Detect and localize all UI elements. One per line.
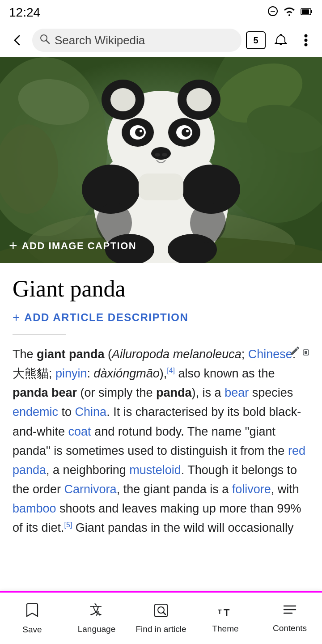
article-body-text: The giant panda (Ailuropoda melanoleuca;… — [13, 345, 309, 538]
ref5-link[interactable]: [5] — [64, 521, 72, 529]
svg-point-7 — [305, 34, 308, 38]
hero-image: + ADD IMAGE CAPTION — [0, 57, 322, 263]
theme-icon: T T — [217, 603, 233, 621]
battery-icon — [301, 7, 313, 18]
china-link[interactable]: China — [75, 405, 107, 419]
svg-point-9 — [305, 43, 308, 47]
svg-rect-44 — [305, 351, 307, 354]
svg-rect-42 — [139, 174, 183, 200]
overflow-menu-button[interactable] — [296, 30, 316, 50]
top-bar: Search Wikipedia 5 — [0, 23, 322, 57]
search-bar[interactable]: Search Wikipedia — [32, 29, 242, 52]
article-divider — [13, 335, 66, 335]
svg-point-30 — [182, 128, 191, 137]
add-caption-label: ADD IMAGE CAPTION — [22, 240, 137, 252]
svg-point-34 — [155, 153, 160, 157]
pinyin-link[interactable]: pinyin — [55, 367, 87, 380]
contents-icon — [282, 604, 297, 621]
svg-point-35 — [162, 153, 167, 157]
tab-count-button[interactable]: 5 — [246, 31, 266, 49]
panda-image — [0, 57, 322, 263]
status-time: 12:24 — [9, 5, 40, 20]
nav-contents-label: Contents — [273, 623, 307, 633]
top-bar-actions: 5 — [246, 30, 316, 50]
endemic-link[interactable]: endemic — [13, 405, 58, 419]
chinese-link[interactable]: Chinese — [248, 347, 292, 361]
edit-section-icon[interactable] — [290, 345, 309, 360]
bottom-nav: Save 文 A Language Find in article T T — [0, 591, 322, 644]
wifi-icon — [284, 6, 295, 19]
svg-line-6 — [47, 41, 50, 44]
svg-point-33 — [151, 147, 171, 160]
svg-text:A: A — [96, 610, 101, 618]
svg-rect-3 — [311, 10, 312, 13]
nav-find-label: Find in article — [136, 624, 186, 634]
search-icon — [39, 34, 50, 47]
svg-point-32 — [186, 130, 189, 132]
bamboo-link[interactable]: bamboo — [13, 502, 56, 515]
svg-point-23 — [110, 88, 136, 111]
musteloid-link[interactable]: musteloid — [129, 463, 181, 477]
status-icons — [267, 6, 313, 19]
svg-line-49 — [163, 612, 165, 614]
nav-item-theme[interactable]: T T Theme — [193, 603, 258, 634]
ref4-link[interactable]: [4] — [167, 367, 175, 374]
svg-point-24 — [186, 88, 212, 111]
svg-text:T: T — [224, 607, 230, 618]
article-body-section: Giant panda + ADD ARTICLE DESCRIPTION Th… — [0, 263, 322, 547]
back-button[interactable] — [6, 30, 28, 51]
svg-point-41 — [190, 203, 226, 243]
nav-item-contents[interactable]: Contents — [258, 604, 322, 633]
article-title: Giant panda — [13, 275, 309, 302]
nav-save-label: Save — [22, 625, 42, 635]
language-icon: 文 A — [89, 603, 104, 622]
svg-point-31 — [140, 130, 142, 132]
status-bar: 12:24 — [0, 0, 322, 23]
svg-point-29 — [135, 128, 144, 137]
coat-link[interactable]: coat — [68, 425, 91, 438]
add-caption-button[interactable]: + ADD IMAGE CAPTION — [9, 237, 136, 254]
find-in-article-icon — [153, 603, 169, 622]
svg-point-8 — [305, 39, 308, 42]
search-placeholder: Search Wikipedia — [55, 34, 145, 47]
add-description-label: ADD ARTICLE DESCRIPTION — [24, 311, 188, 324]
folivore-link[interactable]: folivore — [232, 483, 271, 496]
nav-item-language[interactable]: 文 A Language — [64, 603, 129, 634]
svg-point-40 — [96, 203, 132, 243]
do-not-disturb-icon — [267, 6, 278, 19]
carnivora-link[interactable]: Carnivora — [64, 483, 117, 496]
svg-text:T: T — [218, 608, 222, 615]
bear-link[interactable]: bear — [225, 386, 249, 399]
nav-language-label: Language — [78, 624, 116, 634]
article-content: Giant panda + ADD ARTICLE DESCRIPTION Th… — [0, 263, 322, 605]
nav-item-save[interactable]: Save — [0, 602, 64, 635]
save-icon — [25, 602, 39, 622]
add-caption-plus-icon: + — [9, 237, 17, 254]
nav-item-find[interactable]: Find in article — [129, 603, 193, 634]
add-description-plus-icon: + — [13, 310, 20, 325]
add-description-button[interactable]: + ADD ARTICLE DESCRIPTION — [13, 310, 309, 325]
notifications-button[interactable] — [271, 30, 291, 50]
svg-rect-4 — [302, 9, 309, 14]
nav-theme-label: Theme — [212, 624, 238, 634]
